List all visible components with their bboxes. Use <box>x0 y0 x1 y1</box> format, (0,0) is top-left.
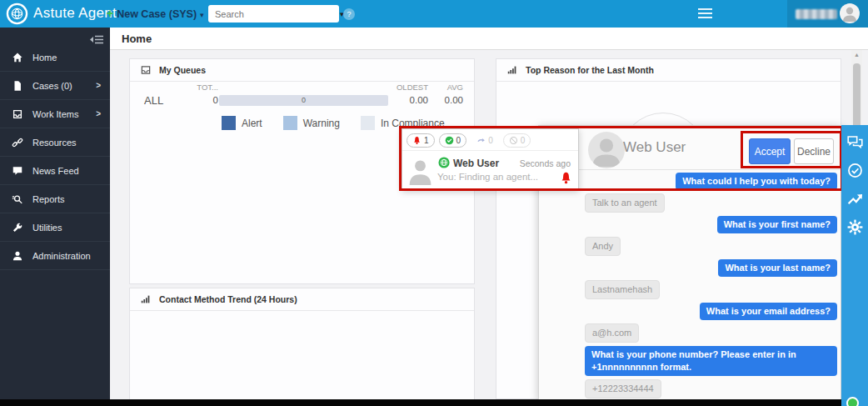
legend-item-warning: Warning <box>283 116 340 130</box>
blocked-icon <box>509 136 518 145</box>
sidebar-item-label: Home <box>32 53 57 63</box>
legend-swatch <box>222 116 236 130</box>
legend-swatch <box>283 116 297 130</box>
search-input[interactable] <box>208 9 340 19</box>
panel-title: My Queues <box>159 65 206 75</box>
gear-icon[interactable] <box>841 213 868 240</box>
sidebar-item-label: Cases (0) <box>32 81 72 91</box>
notification-dropdown: 1000 Web User Seconds ago You: Finding a… <box>402 128 579 190</box>
sidebar-collapse-icon[interactable] <box>90 33 103 42</box>
page-title: Home <box>122 33 152 45</box>
reports-icon <box>12 193 23 205</box>
sidebar-item-resources[interactable]: Resources <box>0 128 110 157</box>
user-name-redacted <box>796 9 837 19</box>
chat-messages: What could I help you with today?Talk to… <box>539 171 841 399</box>
plus-icon: + <box>107 7 113 20</box>
sidebar-item-reports[interactable]: Reports <box>0 185 110 213</box>
sidebar-item-cases-0[interactable]: Cases (0)> <box>0 72 110 100</box>
chat-message-user: a@h.com <box>585 323 639 343</box>
chat-message-agent: What could I help you with today? <box>676 173 837 190</box>
queue-progress-bar: 0 <box>219 95 388 106</box>
breadcrumb-bar: Home <box>110 28 868 50</box>
chat-message-user: Talk to an agent <box>585 193 665 213</box>
contact-method-trend-panel: Contact Method Trend (24 Hours) <box>129 288 475 406</box>
sidebar-item-label: Administration <box>32 251 91 261</box>
column-header-avg: AVG <box>430 83 463 92</box>
sidebar-item-administration[interactable]: Administration <box>0 242 110 270</box>
badge-bell[interactable]: 1 <box>407 133 435 148</box>
news-feed-icon <box>12 165 23 177</box>
cases-icon <box>12 80 23 92</box>
badge-blocked[interactable]: 0 <box>503 133 531 148</box>
decline-button[interactable]: Decline <box>794 138 834 164</box>
trend-chart-icon[interactable] <box>841 185 868 212</box>
badge-count: 1 <box>424 136 429 145</box>
conversation-timestamp: Seconds ago <box>520 158 571 168</box>
sidebar-item-label: News Feed <box>32 166 79 176</box>
chat-message-agent: What is your first name? <box>717 216 837 233</box>
sidebar-item-utilities[interactable]: Utilities <box>0 213 110 242</box>
conversation-preview: You: Finding an agent... <box>437 172 538 182</box>
menu-icon[interactable] <box>698 8 712 21</box>
column-header-oldest: OLDEST <box>395 83 428 92</box>
conversation-list-item[interactable]: Web User Seconds ago You: Finding an age… <box>402 151 578 189</box>
badge-count: 0 <box>521 136 526 145</box>
notification-badges: 1000 <box>407 133 531 148</box>
chat-message-agent: What is your email address? <box>700 303 837 320</box>
clock-check-icon[interactable] <box>841 157 868 183</box>
bar-chart-icon <box>140 293 152 305</box>
chat-message-agent: What is your phone number? Please enter … <box>585 346 837 376</box>
sidebar-item-label: Work Items <box>32 109 78 119</box>
web-channel-icon <box>438 157 450 168</box>
queue-row-label[interactable]: ALL <box>144 94 163 107</box>
scroll-up-arrow-icon[interactable]: ▲ <box>851 52 862 58</box>
chat-message-user: +12223334444 <box>585 379 661 398</box>
user-avatar[interactable] <box>840 3 860 23</box>
bar-chart-icon <box>506 64 518 76</box>
sidebar-menu: HomeCases (0)>Work Items>ResourcesNews F… <box>0 43 110 270</box>
chat-header: Web User Accept Decline <box>539 126 841 170</box>
right-toolbar <box>841 125 868 406</box>
badge-check-circle[interactable]: 0 <box>439 133 467 148</box>
sidebar-item-home[interactable]: Home <box>0 43 110 72</box>
online-status-dot <box>846 397 859 406</box>
legend-item-alert: Alert <box>222 116 262 130</box>
legend-label: In Compliance <box>381 118 445 129</box>
sidebar-item-work-items[interactable]: Work Items> <box>0 100 110 128</box>
search-box[interactable]: ▾ <box>208 5 339 23</box>
sidebar-item-label: Resources <box>32 138 77 148</box>
panel-title: Contact Method Trend (24 Hours) <box>159 294 297 304</box>
chevron-right-icon: > <box>96 81 101 90</box>
bottom-letterbox-bar <box>0 399 841 406</box>
conversation-avatar <box>407 155 433 187</box>
new-case-button[interactable]: +New Case (SYS)▾ <box>107 7 204 20</box>
queue-total-value: 0 <box>195 95 218 105</box>
queue-avg-value: 0.00 <box>430 95 463 105</box>
sidebar-item-label: Reports <box>32 194 65 204</box>
queue-icon <box>140 64 152 76</box>
check-circle-icon <box>445 136 454 145</box>
chat-message-agent: What is your last name? <box>718 259 837 277</box>
sidebar-item-news-feed[interactable]: News Feed <box>0 157 110 185</box>
alert-bell-icon <box>560 171 572 185</box>
accept-button[interactable]: Accept <box>749 138 791 164</box>
help-icon[interactable]: ? <box>343 8 355 20</box>
chat-message-user: Andy <box>585 237 621 256</box>
resources-icon <box>12 137 23 148</box>
legend-label: Alert <box>242 118 262 129</box>
panel-title: Top Reason for the Last Month <box>526 65 654 75</box>
work-items-icon <box>12 108 23 120</box>
app-title: Astute Agent <box>33 5 117 22</box>
home-icon <box>12 52 23 63</box>
app-window: Astute Agent +New Case (SYS)▾ ▾ ? HomeCa… <box>0 0 868 406</box>
top-header-bar: Astute Agent +New Case (SYS)▾ ▾ ? <box>0 0 868 28</box>
legend-swatch <box>361 116 375 130</box>
chat-bubbles-icon[interactable] <box>841 128 868 155</box>
astute-logo-icon <box>6 3 28 25</box>
sidebar-item-label: Utilities <box>32 223 62 233</box>
badge-count: 0 <box>488 136 493 145</box>
badge-arrow[interactable]: 0 <box>471 133 499 148</box>
bell-icon <box>412 136 422 145</box>
arrow-icon <box>476 136 486 145</box>
chevron-right-icon: > <box>96 109 101 118</box>
